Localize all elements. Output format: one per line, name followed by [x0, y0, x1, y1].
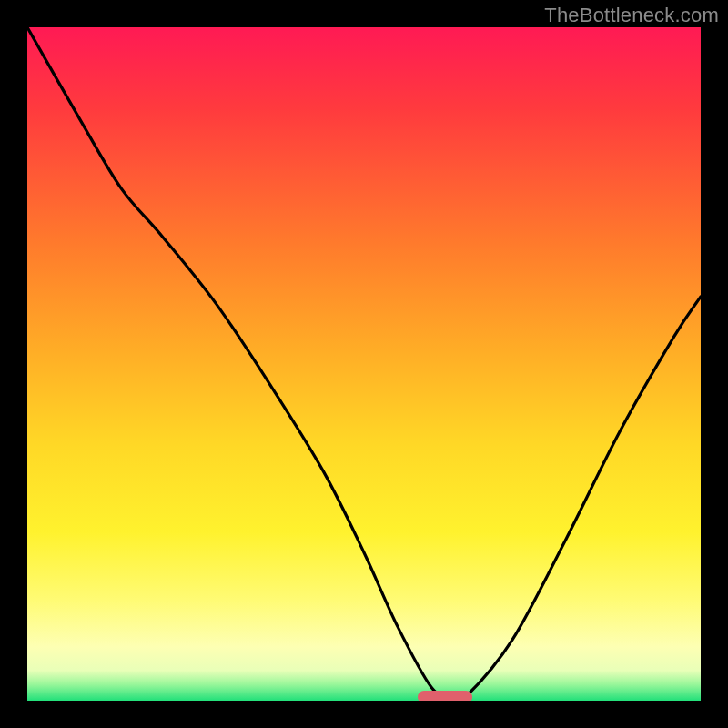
optimal-range-marker — [418, 691, 472, 701]
chart-frame: TheBottleneck.com — [0, 0, 728, 728]
bottleneck-curve — [27, 27, 701, 701]
curve-path — [27, 27, 701, 701]
plot-area — [27, 27, 701, 701]
watermark-text: TheBottleneck.com — [544, 4, 719, 27]
